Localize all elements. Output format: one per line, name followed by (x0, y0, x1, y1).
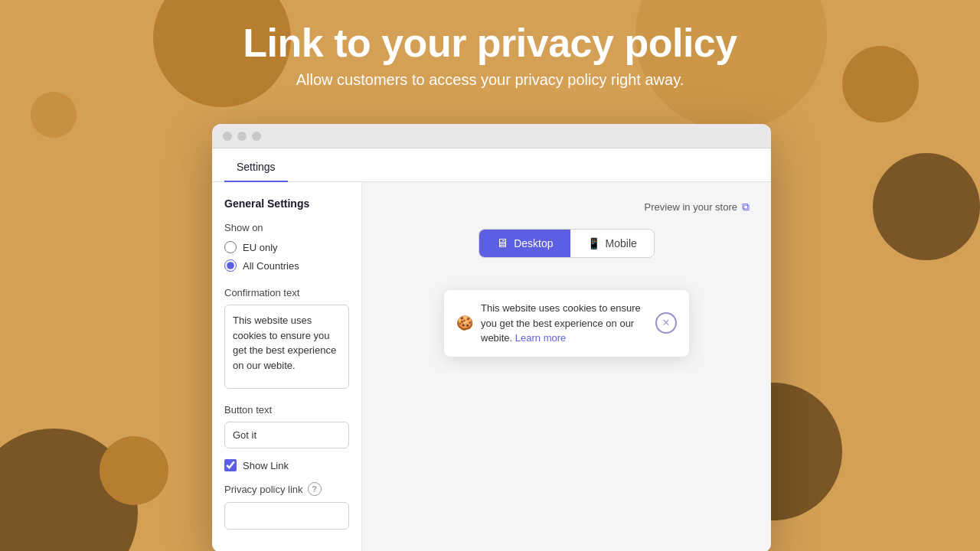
cookie-icon: 🍪 (456, 315, 473, 331)
bg-circle (873, 153, 980, 260)
preview-label: Preview in your store (645, 201, 737, 213)
radio-all-input[interactable] (224, 259, 237, 272)
chrome-dot-close (223, 132, 232, 141)
cookie-text: This website uses cookies to ensure you … (481, 301, 648, 346)
show-link-label: Show Link (243, 460, 289, 471)
chrome-dot-minimize (237, 132, 247, 141)
hero-subtitle: Allow customers to access your privacy p… (0, 71, 980, 89)
confirmation-text-label: Confirmation text (224, 287, 349, 298)
external-link-icon[interactable]: ⧉ (742, 201, 750, 214)
preview-header: Preview in your store ⧉ (384, 201, 750, 214)
bg-circle (31, 92, 77, 138)
radio-eu-label: EU only (243, 242, 278, 253)
mobile-label: Mobile (606, 237, 637, 249)
mobile-button[interactable]: 📱 Mobile (570, 230, 654, 257)
tab-bar: Settings (212, 148, 771, 182)
section-title: General Settings (224, 197, 349, 210)
show-link-checkbox[interactable] (224, 459, 237, 471)
radio-eu-input[interactable] (224, 241, 237, 253)
bg-circle (0, 429, 138, 551)
hero-title: Link to your privacy policy (0, 21, 980, 65)
privacy-link-row: Privacy policy link ? (224, 482, 349, 496)
desktop-label: Desktop (514, 237, 553, 249)
button-text-label: Button text (224, 404, 349, 416)
close-icon: × (662, 316, 669, 330)
device-toggle: 🖥 Desktop 📱 Mobile (479, 229, 655, 258)
show-on-radio-group: EU only All Countries (224, 241, 349, 272)
radio-all-label: All Countries (243, 260, 299, 272)
window-chrome (212, 124, 771, 148)
cookie-banner: 🍪 This website uses cookies to ensure yo… (444, 290, 689, 357)
button-text-input[interactable] (224, 422, 349, 448)
learn-more-link[interactable]: Learn more (515, 332, 566, 344)
confirmation-text-input[interactable]: This website uses cookies to ensure you … (224, 305, 349, 389)
privacy-link-input[interactable] (224, 502, 349, 530)
main-content: General Settings Show on EU only All Cou… (212, 182, 771, 551)
bg-circle (100, 436, 168, 505)
preview-area: 🍪 This website uses cookies to ensure yo… (384, 282, 750, 534)
privacy-link-label: Privacy policy link (224, 484, 303, 495)
show-on-label: Show on (224, 222, 349, 233)
chrome-dot-maximize (252, 132, 261, 141)
radio-eu-option[interactable]: EU only (224, 241, 349, 253)
radio-all-option[interactable]: All Countries (224, 259, 349, 272)
right-panel: Preview in your store ⧉ 🖥 Desktop 📱 Mobi… (362, 182, 771, 551)
app-window: Settings General Settings Show on EU onl… (212, 124, 771, 551)
tab-settings[interactable]: Settings (224, 153, 288, 182)
cookie-close-button[interactable]: × (655, 312, 677, 334)
mobile-icon: 📱 (587, 237, 600, 249)
desktop-button[interactable]: 🖥 Desktop (479, 230, 570, 257)
show-link-row: Show Link (224, 459, 349, 471)
hero-section: Link to your privacy policy Allow custom… (0, 0, 980, 89)
desktop-icon: 🖥 (496, 236, 508, 250)
left-panel: General Settings Show on EU only All Cou… (212, 182, 362, 551)
help-icon[interactable]: ? (308, 482, 322, 496)
